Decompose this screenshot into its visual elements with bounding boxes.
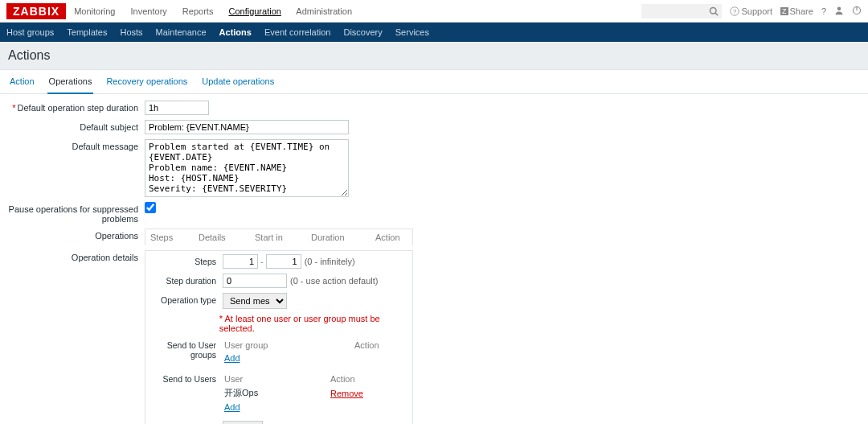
- subnav-actions[interactable]: Actions: [219, 27, 252, 37]
- operations-label: Operations: [8, 228, 145, 241]
- topnav-inventory[interactable]: Inventory: [131, 6, 167, 16]
- subnav-templates[interactable]: Templates: [67, 27, 107, 37]
- operation-details-panel: Steps - (0 - infinitely) Step duration (…: [145, 250, 413, 424]
- step-from-input[interactable]: [223, 254, 258, 269]
- support-link[interactable]: ? Support: [730, 6, 772, 16]
- support-icon: ?: [730, 6, 739, 16]
- users-table: UserAction 开源OpsRemove Add: [223, 372, 365, 414]
- opcol-steps: Steps: [150, 233, 199, 242]
- steps-label: Steps: [150, 254, 223, 266]
- tab-action[interactable]: Action: [8, 70, 36, 93]
- ug-col: User group: [224, 340, 353, 351]
- subnav-eventcorr[interactable]: Event correlation: [264, 27, 331, 37]
- user-action-col: Action: [330, 373, 363, 385]
- user-icon[interactable]: [834, 6, 844, 17]
- operation-type-label: Operation type: [150, 293, 223, 305]
- top-nav: ZABBIX Monitoring Inventory Reports Conf…: [0, 0, 868, 23]
- pause-checkbox[interactable]: [145, 202, 156, 213]
- page-title: Actions: [0, 42, 868, 70]
- top-menu: Monitoring Inventory Reports Configurati…: [74, 6, 365, 16]
- default-subject-label: Default subject: [8, 120, 145, 132]
- svg-point-4: [837, 6, 841, 10]
- power-icon[interactable]: [852, 6, 862, 17]
- default-step-input[interactable]: [145, 101, 209, 115]
- default-message-input[interactable]: [145, 139, 349, 197]
- svg-text:?: ?: [733, 8, 736, 15]
- topnav-monitoring[interactable]: Monitoring: [74, 6, 115, 16]
- tab-recovery[interactable]: Recovery operations: [104, 70, 189, 93]
- user-groups-table: User groupAction Add: [223, 338, 381, 365]
- steps-hint: (0 - infinitely): [305, 257, 355, 266]
- operations-table-header: Steps Details Start in Duration Action: [145, 228, 413, 245]
- step-to-input[interactable]: [266, 254, 301, 269]
- form-tabs: Action Operations Recovery operations Up…: [0, 70, 868, 94]
- help-icon[interactable]: ?: [821, 6, 826, 16]
- remove-user-link[interactable]: Remove: [330, 389, 363, 398]
- default-step-label: *Default operation step duration: [8, 101, 145, 113]
- send-ug-label: Send to User groups: [150, 338, 223, 360]
- opcol-duration: Duration: [311, 233, 375, 242]
- zabbix-z-icon: Z: [780, 7, 788, 15]
- logo: ZABBIX: [6, 3, 66, 19]
- operations-form: *Default operation step duration Default…: [0, 94, 868, 424]
- subnav-hosts[interactable]: Hosts: [120, 27, 142, 37]
- topnav-administration[interactable]: Administration: [296, 6, 352, 16]
- user-row: 开源OpsRemove: [224, 386, 363, 400]
- tab-update[interactable]: Update operations: [200, 70, 276, 93]
- validation-msg: At least one user or user group must be …: [219, 314, 380, 333]
- operation-type-select[interactable]: Send message: [223, 293, 287, 309]
- opcol-action: Action: [375, 233, 400, 242]
- svg-point-0: [710, 7, 717, 14]
- subnav-discovery[interactable]: Discovery: [343, 27, 382, 37]
- subnav-maintenance[interactable]: Maintenance: [156, 27, 207, 37]
- opcol-details: Details: [199, 233, 255, 242]
- user-col: User: [224, 373, 329, 385]
- step-duration-hint: (0 - use action default): [290, 276, 378, 286]
- tab-operations[interactable]: Operations: [47, 70, 94, 94]
- add-user-group-link[interactable]: Add: [224, 353, 240, 363]
- ug-action-col: Action: [354, 340, 379, 351]
- step-duration-label: Step duration: [150, 274, 223, 286]
- send-only-label: Send only to: [150, 421, 223, 424]
- search-icon[interactable]: [709, 6, 719, 16]
- pause-label: Pause operations for suppressed problems: [8, 202, 145, 224]
- operation-details-label: Operation details: [8, 250, 145, 262]
- sub-nav: Host groups Templates Hosts Maintenance …: [0, 23, 868, 42]
- add-user-link[interactable]: Add: [224, 402, 240, 412]
- topnav-configuration[interactable]: Configuration: [228, 6, 280, 16]
- svg-line-1: [716, 13, 719, 15]
- subnav-hostgroups[interactable]: Host groups: [6, 27, 54, 37]
- step-duration-input[interactable]: [223, 274, 287, 288]
- send-users-label: Send to Users: [150, 372, 223, 384]
- default-subject-input[interactable]: [145, 120, 349, 134]
- send-only-select[interactable]: Email: [223, 421, 263, 424]
- search-wrap: [641, 4, 722, 19]
- opcol-start: Start in: [255, 233, 311, 242]
- subnav-services[interactable]: Services: [395, 27, 429, 37]
- default-message-label: Default message: [8, 139, 145, 151]
- share-link[interactable]: Z Share: [780, 6, 813, 16]
- topnav-reports[interactable]: Reports: [182, 6, 214, 16]
- user-name: 开源Ops: [224, 386, 329, 400]
